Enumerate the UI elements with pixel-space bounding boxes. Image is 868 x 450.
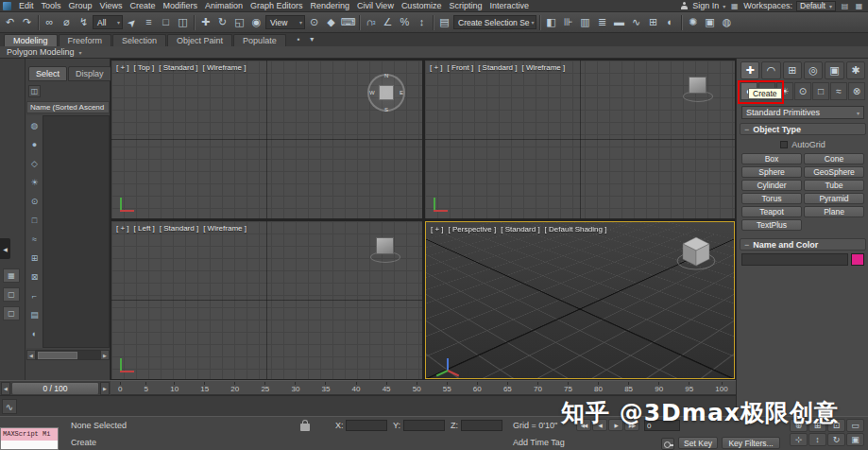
named-selection-sets-dropdown[interactable]: Create Selection Se▾ — [453, 15, 536, 29]
scroll-right-icon[interactable]: ▶ — [100, 350, 110, 360]
timeline-tick[interactable]: 95 — [685, 381, 693, 394]
selection-filter-dropdown[interactable]: All▾ — [93, 15, 123, 29]
explorer-display-toggle-icon[interactable]: ◫ — [28, 85, 41, 97]
menu-tools[interactable]: Tools — [38, 0, 65, 11]
filter-spacewarps-icon[interactable]: ≈ — [28, 234, 41, 246]
viewcube-top[interactable]: N S W E — [367, 74, 405, 112]
schematic-view-icon[interactable]: ⊞ — [645, 14, 661, 31]
timeline-tick[interactable]: 30 — [291, 381, 299, 394]
cameras-category[interactable]: ⊙ — [794, 82, 811, 100]
mini-curve-editor-icon[interactable]: ∿ — [2, 399, 17, 414]
timeline-tick[interactable]: 80 — [594, 381, 603, 394]
menu-group[interactable]: Group — [65, 0, 96, 11]
window-crossing-icon[interactable]: ◫ — [175, 14, 191, 31]
viewport-label-part[interactable]: [ + ] — [431, 225, 444, 234]
next-frame-arrow-icon[interactable]: ▶ — [100, 382, 110, 395]
filter-all-icon[interactable]: ◍ — [28, 120, 41, 132]
toggle-layer-explorer-icon[interactable]: ≣ — [594, 14, 610, 31]
name-and-color-rollout[interactable]: − Name and Color — [740, 238, 866, 251]
maxscript-macro-row[interactable]: MAXScript Mi — [1, 428, 58, 441]
use-pivot-point-icon[interactable]: ⊙ — [306, 14, 322, 31]
select-and-link-icon[interactable]: ∞ — [42, 14, 58, 31]
ribbon-tab-populate[interactable]: Populate — [233, 34, 286, 46]
menu-rendering[interactable]: Rendering — [307, 0, 354, 11]
timeline-tick[interactable]: 5 — [145, 381, 148, 394]
create-textplus-button[interactable]: TextPlus — [741, 219, 802, 231]
z-coordinate-field[interactable] — [461, 420, 502, 431]
percent-snap-icon[interactable]: % — [397, 14, 413, 31]
scroll-left-icon[interactable]: ◀ — [26, 350, 36, 360]
set-key-button[interactable]: Set Key — [678, 437, 718, 449]
align-icon[interactable]: ⊪ — [560, 14, 576, 31]
timeline-tick[interactable]: 70 — [534, 381, 542, 394]
create-sphere-button[interactable]: Sphere — [741, 166, 802, 178]
viewport-label-part[interactable]: [ Wireframe ] — [203, 63, 247, 72]
snap-toggle-3d-icon[interactable]: ∩3 — [363, 14, 379, 31]
maxscript-mini-listener[interactable]: MAXScript Mi — [0, 427, 59, 450]
toggle-ribbon-icon[interactable]: ▬ — [611, 14, 627, 31]
select-and-rotate-icon[interactable]: ↻ — [214, 14, 230, 31]
timeline-ruler[interactable]: 0510152025303540455055606570758085909510… — [111, 380, 736, 395]
create-tube-button[interactable]: Tube — [804, 180, 864, 191]
create-plane-button[interactable]: Plane — [804, 206, 864, 217]
reference-coordinate-dropdown[interactable]: View▾ — [265, 15, 305, 29]
mirror-icon[interactable]: ◧ — [543, 14, 559, 31]
viewcube-perspective[interactable] — [673, 234, 719, 279]
menu-customize[interactable]: Customize — [398, 0, 446, 11]
walk-through-icon[interactable]: ↕ — [808, 433, 826, 446]
viewcube-left[interactable] — [369, 234, 401, 265]
ribbon-tab-freeform[interactable]: Freeform — [59, 34, 112, 46]
create-teapot-button[interactable]: Teapot — [741, 206, 802, 217]
timeline-tick[interactable]: 85 — [624, 381, 633, 394]
viewport-label-part[interactable]: [ Top ] — [134, 63, 155, 72]
menu-views[interactable]: Views — [96, 0, 127, 11]
timeline-tick[interactable]: 35 — [322, 381, 331, 394]
spinner-snap-icon[interactable]: ↕ — [414, 14, 430, 31]
object-type-rollout[interactable]: − Object Type — [740, 123, 866, 135]
time-slider-thumb[interactable]: 0 / 100 — [11, 382, 99, 395]
render-setup-icon[interactable]: ✺ — [685, 14, 701, 31]
timeline-tick[interactable]: 20 — [230, 381, 239, 394]
explorer-tab-display[interactable]: Display — [68, 66, 111, 81]
material-editor-icon[interactable]: ◐ — [662, 14, 678, 31]
filter-xrefs-icon[interactable]: ⊠ — [28, 271, 41, 284]
app-logo-icon[interactable] — [3, 2, 11, 10]
create-box-button[interactable]: Box — [741, 153, 802, 164]
unlink-selection-icon[interactable]: ⌀ — [59, 14, 75, 31]
select-object-icon[interactable]: ➤ — [120, 10, 144, 34]
menu-civil-view[interactable]: Civil View — [353, 0, 398, 11]
filter-shapes-icon[interactable]: ◇ — [28, 158, 41, 170]
create-torus-button[interactable]: Torus — [741, 193, 802, 204]
render-production-icon[interactable]: ◍ — [719, 14, 735, 31]
layout-tab-3[interactable]: ▢ — [3, 306, 20, 320]
select-and-scale-icon[interactable]: ◱ — [231, 14, 247, 31]
redo-icon[interactable]: ↷ — [19, 14, 35, 31]
object-name-field[interactable] — [741, 253, 848, 266]
ribbon-tab-selection[interactable]: Selection — [112, 34, 166, 46]
field-of-view-icon[interactable]: ▭ — [846, 419, 864, 432]
select-and-manipulate-icon[interactable]: ◆ — [323, 14, 339, 31]
menu-graph-editors[interactable]: Graph Editors — [247, 0, 307, 11]
viewport-front[interactable]: [ + ][ Front ][ Standard ][ Wireframe ] — [425, 61, 735, 218]
selection-lock-icon[interactable] — [300, 424, 310, 431]
viewport-label-part[interactable]: [ + ] — [430, 63, 443, 72]
ribbon-tab-object-paint[interactable]: Object Paint — [167, 34, 232, 46]
workspace-icon[interactable]: ▦ — [729, 1, 740, 11]
viewport-label-part[interactable]: [ Wireframe ] — [521, 63, 565, 72]
autogrid-checkbox[interactable] — [780, 141, 788, 148]
object-color-swatch[interactable] — [851, 253, 864, 266]
workspaces-dropdown[interactable]: Default ▾ — [796, 1, 836, 11]
maximize-viewport-icon[interactable]: ▣ — [846, 433, 864, 446]
viewcube-front[interactable] — [682, 74, 714, 104]
set-keys-icon[interactable] — [661, 438, 674, 450]
timeline-tick[interactable]: 10 — [170, 381, 179, 394]
utilities-tab[interactable]: ✱ — [846, 61, 865, 79]
ribbon-minimize-icon[interactable]: ▾ — [307, 34, 317, 44]
viewport-label-part[interactable]: [ + ] — [116, 224, 129, 233]
timeline-tick[interactable]: 15 — [200, 381, 209, 394]
filter-bones-icon[interactable]: ⌐ — [28, 290, 41, 303]
menu-animation[interactable]: Animation — [201, 0, 247, 11]
menu-modifiers[interactable]: Modifiers — [159, 0, 201, 11]
previous-frame-arrow-icon[interactable]: ◀ — [1, 382, 10, 395]
edit-named-selection-sets-icon[interactable]: ▤ — [436, 14, 452, 31]
